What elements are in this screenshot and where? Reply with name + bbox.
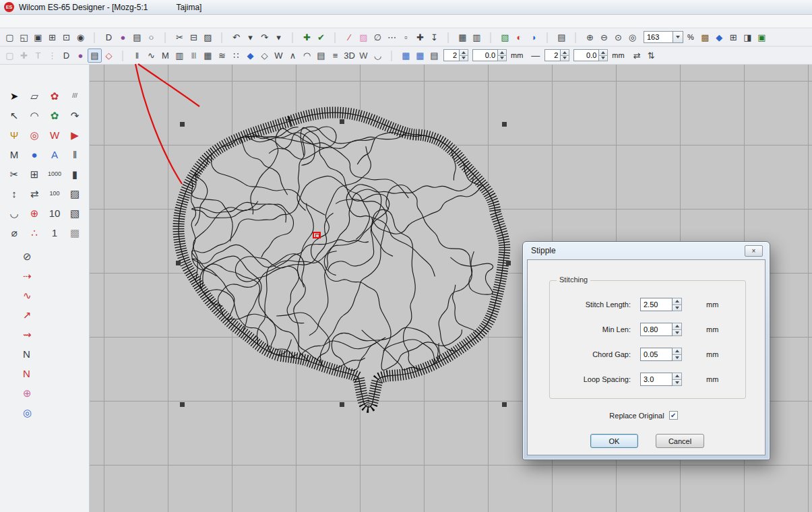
numeric-input[interactable]: 0.05 bbox=[640, 348, 682, 361]
pin-icon[interactable]: ↧ bbox=[427, 30, 441, 44]
w2-icon[interactable]: W bbox=[356, 49, 371, 63]
dome-tool[interactable]: ◠ bbox=[24, 106, 44, 125]
ok-button[interactable]: OK bbox=[590, 434, 638, 448]
tatami-icon[interactable]: ▦ bbox=[201, 49, 215, 63]
menu-item[interactable] bbox=[136, 20, 148, 23]
flower-red-tool[interactable]: ✿ bbox=[44, 86, 65, 106]
flag-tool[interactable]: ▶ bbox=[65, 125, 85, 145]
separator[interactable]: │ bbox=[540, 30, 555, 44]
updown-tool[interactable]: ↕ bbox=[4, 184, 24, 203]
menu-item[interactable] bbox=[88, 20, 100, 23]
selection-handle[interactable] bbox=[502, 402, 507, 407]
scale-10[interactable]: 10 bbox=[44, 203, 65, 223]
close-icon[interactable]: × bbox=[745, 245, 763, 257]
list-icon[interactable]: ≡ bbox=[328, 49, 342, 63]
scale-1000[interactable]: 1000 bbox=[44, 164, 65, 184]
menu-item[interactable] bbox=[27, 20, 39, 23]
pattern3-tool[interactable]: ▩ bbox=[65, 223, 85, 243]
chevron-down-icon[interactable] bbox=[673, 31, 683, 43]
slow-redraw-icon[interactable]: ∕ bbox=[342, 30, 356, 44]
thread-colors-icon[interactable]: ● bbox=[116, 30, 130, 44]
knife-tool[interactable]: ✂ bbox=[4, 164, 24, 184]
dots-red-tool[interactable]: ∴ bbox=[24, 223, 44, 243]
spin-value[interactable]: 0.0 bbox=[472, 49, 498, 61]
numeric-input[interactable]: 2.50 bbox=[640, 298, 682, 311]
measure-icon[interactable]: ⊞ bbox=[726, 30, 741, 44]
zigzag-tool[interactable]: M bbox=[4, 145, 24, 164]
stitch-length-input[interactable]: 0.0 bbox=[573, 49, 608, 61]
spin-value[interactable]: 2 bbox=[544, 49, 561, 61]
insert-disabled-icon[interactable]: ✚ bbox=[17, 49, 31, 63]
ring-tool[interactable]: ⌀ bbox=[4, 223, 24, 243]
spinner[interactable] bbox=[673, 323, 682, 336]
film2-icon[interactable]: ▤ bbox=[314, 49, 328, 63]
group-tool[interactable]: ⊞ bbox=[24, 164, 44, 184]
mesh-icon[interactable]: ▨ bbox=[356, 30, 371, 44]
new-icon[interactable]: ▢ bbox=[3, 30, 17, 44]
separator[interactable]: │ bbox=[286, 30, 300, 44]
props-icon[interactable]: ▤ bbox=[427, 49, 441, 63]
menu-item[interactable] bbox=[112, 20, 124, 23]
stitch-spacing-input[interactable]: 0.0 bbox=[472, 49, 507, 61]
menu-item[interactable] bbox=[63, 20, 75, 23]
w-stitch-icon[interactable]: W bbox=[272, 49, 286, 63]
zoom-out-icon[interactable]: ⊖ bbox=[597, 30, 611, 44]
stitch-edit-tool[interactable]: ⇢ bbox=[23, 266, 42, 286]
lettering-tool[interactable]: A bbox=[44, 145, 65, 164]
digitize-tool[interactable]: ▱ bbox=[24, 86, 44, 106]
process-green-icon[interactable]: ▧ bbox=[498, 30, 512, 44]
brain-fill[interactable] bbox=[179, 113, 505, 407]
design-icon[interactable]: D bbox=[59, 49, 73, 63]
selection-handle[interactable] bbox=[180, 122, 185, 127]
stitch-arrow-tool[interactable]: ↗ bbox=[23, 305, 42, 325]
zoom-value[interactable]: 163 bbox=[644, 31, 673, 43]
threed-icon[interactable]: 3D bbox=[342, 49, 356, 63]
title-bar[interactable]: ES Wilcom ES-65 Designer - [Mozg-5:1 Taj… bbox=[0, 0, 812, 15]
outline-shape-icon[interactable]: ◇ bbox=[102, 49, 116, 63]
separator[interactable]: │ bbox=[328, 30, 342, 44]
marquee-icon[interactable]: ▫ bbox=[399, 30, 413, 44]
spinner[interactable] bbox=[673, 348, 682, 361]
print-icon[interactable]: ⊡ bbox=[59, 30, 73, 44]
selection-handle[interactable] bbox=[180, 402, 185, 407]
zoom-in-icon[interactable]: ⊕ bbox=[583, 30, 597, 44]
separator[interactable]: │ bbox=[88, 30, 102, 44]
ellipse-tool[interactable]: ⊘ bbox=[23, 247, 42, 266]
table-icon[interactable]: ▥ bbox=[470, 30, 484, 44]
pull-compensation-input[interactable]: 2 bbox=[443, 49, 468, 61]
numeric-input[interactable]: 3.0 bbox=[640, 373, 682, 386]
menu-item[interactable] bbox=[39, 20, 51, 23]
numeric-input[interactable]: 0.80 bbox=[640, 323, 682, 336]
grid-blue-icon[interactable]: ▦ bbox=[399, 49, 413, 63]
node-red-tool[interactable]: N bbox=[23, 364, 42, 383]
motif-icon[interactable]: ∷ bbox=[229, 49, 243, 63]
cancel-button[interactable]: Cancel bbox=[656, 434, 704, 448]
scroll-icon[interactable]: ⇅ bbox=[644, 49, 658, 63]
selection-handle[interactable] bbox=[502, 122, 507, 127]
dialog-title-bar[interactable]: Stipple bbox=[523, 242, 770, 259]
export-icon[interactable]: ⊞ bbox=[45, 30, 59, 44]
zoom-fit-icon[interactable]: ◎ bbox=[625, 30, 639, 44]
spinner[interactable] bbox=[673, 373, 682, 386]
empty-icon[interactable]: ∅ bbox=[371, 30, 385, 44]
pillar-tool[interactable]: ▮ bbox=[65, 164, 85, 184]
zoom-1to1-icon[interactable]: ⊙ bbox=[611, 30, 625, 44]
menu-item[interactable] bbox=[15, 20, 27, 23]
split-view-icon[interactable]: ◨ bbox=[741, 30, 755, 44]
arc-tool[interactable]: ↷ bbox=[65, 106, 85, 125]
diamond-icon[interactable]: ◆ bbox=[243, 49, 257, 63]
row-count-input[interactable]: 2 bbox=[544, 49, 569, 61]
spinner[interactable] bbox=[561, 49, 569, 61]
hatch-tool[interactable]: /// bbox=[65, 86, 85, 106]
pan-icon[interactable]: ⇄ bbox=[630, 49, 644, 63]
selection-handle[interactable] bbox=[176, 261, 181, 265]
reshape-tool[interactable]: ↖ bbox=[4, 106, 24, 125]
dots-icon[interactable]: ⋯ bbox=[385, 30, 399, 44]
zoom-combo[interactable]: 163 bbox=[644, 31, 683, 43]
separator[interactable]: │ bbox=[158, 30, 173, 44]
print-preview-icon[interactable]: ◉ bbox=[73, 30, 88, 44]
separator[interactable]: │ bbox=[569, 30, 583, 44]
circle-plus-tool[interactable]: ⊕ bbox=[24, 203, 44, 223]
select-disabled-icon[interactable]: ▢ bbox=[3, 49, 17, 63]
hoop-icon[interactable]: ○ bbox=[144, 30, 158, 44]
